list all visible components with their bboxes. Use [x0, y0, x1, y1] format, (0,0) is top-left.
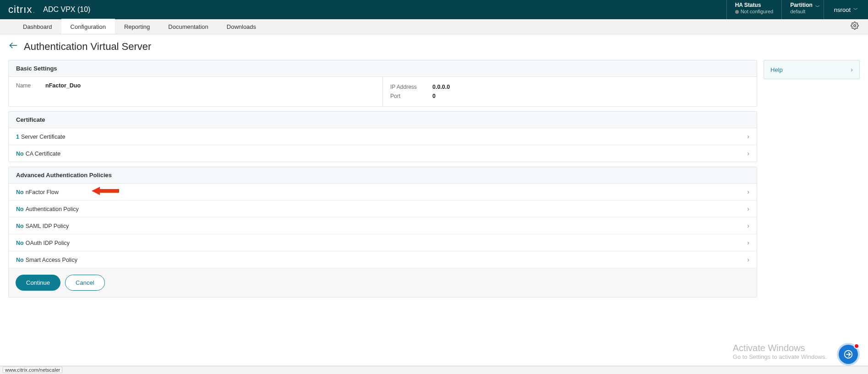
- status-dot-icon: [735, 10, 739, 14]
- partition-block[interactable]: Partition default ﹀: [781, 0, 824, 19]
- ha-status-value: Not configured: [735, 8, 774, 15]
- cancel-button[interactable]: Cancel: [65, 275, 104, 291]
- tab-label: Dashboard: [23, 23, 52, 30]
- ip-label: IP Address: [390, 82, 421, 92]
- svg-point-0: [854, 24, 856, 27]
- row-oauth-idp-policy[interactable]: NoOAuth IDP Policy ›: [9, 234, 757, 251]
- chevron-right-icon: ›: [747, 150, 749, 157]
- tabs-right: [851, 19, 868, 34]
- tab-label: Configuration: [71, 23, 106, 30]
- panel-header-policies: Advanced Authentication Policies: [9, 167, 757, 184]
- row-count: No: [16, 189, 24, 195]
- browser-status-bar: www.citrix.com/netscaler: [0, 366, 868, 374]
- port-value: 0: [432, 92, 436, 101]
- certificate-body: 1Server Certificate › NoCA Certificate ›: [9, 128, 757, 162]
- ha-status-text: Not configured: [741, 9, 774, 14]
- row-smart-access-policy[interactable]: NoSmart Access Policy ›: [9, 251, 757, 268]
- row-saml-idp-policy[interactable]: NoSAML IDP Policy ›: [9, 217, 757, 234]
- help-panel[interactable]: Help ›: [764, 60, 860, 79]
- tab-reporting[interactable]: Reporting: [115, 19, 159, 34]
- notification-badge-icon: [854, 343, 859, 349]
- panel-certificate: Certificate 1Server Certificate › NoCA C…: [8, 111, 757, 162]
- row-count: 1: [16, 134, 19, 140]
- row-text: nFactor Flow: [26, 189, 59, 195]
- user-name: nsroot: [834, 6, 851, 13]
- page-title: Authentication Virtual Server: [24, 41, 151, 53]
- help-column: Help ›: [764, 60, 860, 298]
- page-content: Authentication Virtual Server Basic Sett…: [0, 34, 868, 298]
- row-count: No: [16, 206, 24, 212]
- chevron-right-icon: ›: [747, 239, 749, 246]
- row-count: No: [16, 223, 24, 229]
- partition-title: Partition: [790, 2, 813, 8]
- button-row: Continue Cancel: [9, 268, 757, 297]
- basic-settings-body: Name nFactor_Duo IP Address 0.0.0.0 Port…: [9, 77, 757, 106]
- panel-header-basic: Basic Settings: [9, 60, 757, 77]
- chevron-right-icon: ›: [747, 188, 749, 195]
- row-text: Smart Access Policy: [26, 257, 77, 263]
- row-count: No: [16, 151, 24, 157]
- partition-value: default: [790, 8, 813, 15]
- row-ca-certificate[interactable]: NoCA Certificate ›: [9, 145, 757, 162]
- gear-icon[interactable]: [851, 22, 859, 32]
- chevron-right-icon: ›: [747, 205, 749, 212]
- panel-basic-settings: Basic Settings Name nFactor_Duo IP Addre…: [8, 60, 757, 107]
- chevron-right-icon: ›: [851, 66, 853, 73]
- tab-label: Reporting: [124, 23, 150, 30]
- basic-right: IP Address 0.0.0.0 Port 0: [383, 77, 757, 106]
- row-text: SAML IDP Policy: [26, 223, 69, 229]
- brand-logo: citrıx.: [0, 4, 43, 16]
- back-arrow-icon[interactable]: [8, 41, 18, 53]
- main-row: Basic Settings Name nFactor_Duo IP Addre…: [8, 60, 860, 298]
- main-column: Basic Settings Name nFactor_Duo IP Addre…: [8, 60, 757, 298]
- chevron-right-icon: ›: [747, 222, 749, 229]
- tab-dashboard[interactable]: Dashboard: [14, 19, 61, 34]
- name-value: nFactor_Duo: [45, 82, 81, 89]
- brand-text: citrıx: [8, 4, 32, 16]
- chevron-down-icon: ﹀: [853, 6, 858, 13]
- row-text: CA Certificate: [26, 151, 60, 157]
- help-label: Help: [770, 66, 783, 73]
- row-text: Authentication Policy: [26, 206, 79, 212]
- chevron-right-icon: ›: [747, 256, 749, 263]
- row-authentication-policy[interactable]: NoAuthentication Policy ›: [9, 200, 757, 217]
- name-label: Name: [16, 82, 34, 89]
- tabs-bar: Dashboard Configuration Reporting Docume…: [0, 19, 868, 34]
- basic-left: Name nFactor_Duo: [9, 77, 383, 106]
- product-title: ADC VPX (10): [43, 5, 90, 14]
- ha-status-title: HA Status: [735, 2, 774, 8]
- brand-dot: .: [33, 9, 35, 14]
- user-menu[interactable]: nsroot ﹀: [824, 0, 868, 19]
- tab-downloads[interactable]: Downloads: [218, 19, 265, 34]
- panel-auth-policies: Advanced Authentication Policies NonFact…: [8, 167, 757, 298]
- policies-body: NonFactor Flow › NoAuthentication Policy…: [9, 184, 757, 268]
- page-head: Authentication Virtual Server: [8, 41, 860, 53]
- row-nfactor-flow[interactable]: NonFactor Flow ›: [9, 184, 757, 200]
- floating-action-button[interactable]: [839, 345, 858, 364]
- ip-value: 0.0.0.0: [432, 82, 450, 92]
- row-text: Server Certificate: [21, 134, 66, 140]
- row-server-certificate[interactable]: 1Server Certificate ›: [9, 128, 757, 145]
- tab-label: Documentation: [168, 23, 208, 30]
- row-text: OAuth IDP Policy: [26, 240, 70, 246]
- panel-header-certificate: Certificate: [9, 112, 757, 128]
- watermark-title: Activate Windows: [733, 343, 827, 353]
- top-header: citrıx. ADC VPX (10) HA Status Not confi…: [0, 0, 868, 19]
- header-right: HA Status Not configured Partition defau…: [726, 0, 868, 19]
- tab-documentation[interactable]: Documentation: [159, 19, 217, 34]
- tab-label: Downloads: [227, 23, 256, 30]
- row-count: No: [16, 257, 24, 263]
- continue-button[interactable]: Continue: [16, 275, 60, 291]
- port-label: Port: [390, 92, 421, 101]
- row-count: No: [16, 240, 24, 246]
- watermark-subtitle: Go to Settings to activate Windows.: [733, 353, 827, 360]
- chevron-down-icon: ﹀: [815, 4, 820, 10]
- chevron-right-icon: ›: [747, 133, 749, 140]
- tab-configuration[interactable]: Configuration: [61, 19, 115, 34]
- ha-status-block[interactable]: HA Status Not configured: [726, 0, 782, 19]
- status-url: www.citrix.com/netscaler: [3, 367, 62, 373]
- activate-windows-watermark: Activate Windows Go to Settings to activ…: [733, 343, 827, 360]
